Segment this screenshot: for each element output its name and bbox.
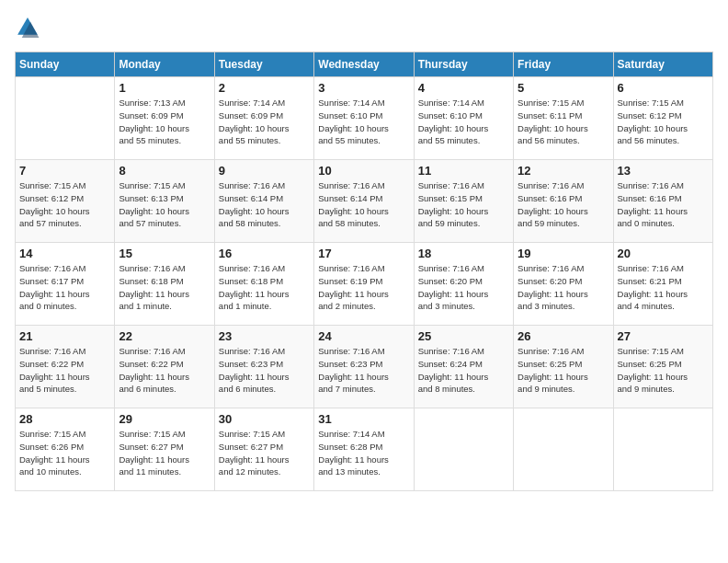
day-info: Sunrise: 7:16 AM Sunset: 6:15 PM Dayligh… bbox=[418, 179, 509, 230]
day-number: 5 bbox=[518, 81, 609, 95]
day-number: 28 bbox=[19, 412, 110, 426]
day-number: 15 bbox=[119, 247, 210, 260]
day-info: Sunrise: 7:14 AM Sunset: 6:10 PM Dayligh… bbox=[318, 97, 409, 147]
weekday-header: Tuesday bbox=[214, 52, 313, 77]
day-info: Sunrise: 7:15 AM Sunset: 6:25 PM Dayligh… bbox=[618, 345, 709, 396]
calendar-cell: 4Sunrise: 7:14 AM Sunset: 6:10 PM Daylig… bbox=[414, 77, 513, 160]
day-number: 20 bbox=[618, 247, 709, 260]
day-info: Sunrise: 7:13 AM Sunset: 6:09 PM Dayligh… bbox=[119, 97, 210, 147]
calendar-cell: 8Sunrise: 7:15 AM Sunset: 6:13 PM Daylig… bbox=[115, 160, 214, 243]
calendar-cell: 26Sunrise: 7:16 AM Sunset: 6:25 PM Dayli… bbox=[514, 326, 613, 408]
weekday-header: Wednesday bbox=[314, 52, 414, 77]
day-info: Sunrise: 7:15 AM Sunset: 6:11 PM Dayligh… bbox=[518, 97, 609, 147]
calendar-cell: 31Sunrise: 7:14 AM Sunset: 6:28 PM Dayli… bbox=[314, 408, 414, 491]
weekday-header-row: SundayMondayTuesdayWednesdayThursdayFrid… bbox=[16, 52, 713, 77]
day-info: Sunrise: 7:15 AM Sunset: 6:27 PM Dayligh… bbox=[219, 428, 310, 478]
day-number: 27 bbox=[618, 329, 709, 343]
logo bbox=[15, 15, 42, 40]
day-info: Sunrise: 7:16 AM Sunset: 6:14 PM Dayligh… bbox=[318, 179, 409, 230]
day-info: Sunrise: 7:16 AM Sunset: 6:25 PM Dayligh… bbox=[518, 345, 609, 396]
day-info: Sunrise: 7:16 AM Sunset: 6:20 PM Dayligh… bbox=[418, 262, 509, 313]
calendar-cell: 14Sunrise: 7:16 AM Sunset: 6:17 PM Dayli… bbox=[16, 243, 115, 326]
day-number: 14 bbox=[19, 247, 110, 260]
day-info: Sunrise: 7:16 AM Sunset: 6:24 PM Dayligh… bbox=[418, 345, 509, 396]
day-info: Sunrise: 7:15 AM Sunset: 6:26 PM Dayligh… bbox=[19, 428, 110, 478]
day-info: Sunrise: 7:15 AM Sunset: 6:13 PM Dayligh… bbox=[119, 179, 210, 230]
calendar-cell: 22Sunrise: 7:16 AM Sunset: 6:22 PM Dayli… bbox=[115, 326, 214, 408]
day-info: Sunrise: 7:16 AM Sunset: 6:14 PM Dayligh… bbox=[219, 179, 310, 230]
day-number: 7 bbox=[19, 164, 110, 178]
day-number: 23 bbox=[219, 329, 310, 343]
calendar-cell bbox=[514, 408, 613, 491]
day-number: 29 bbox=[119, 412, 210, 426]
calendar-cell: 30Sunrise: 7:15 AM Sunset: 6:27 PM Dayli… bbox=[214, 408, 313, 491]
day-info: Sunrise: 7:16 AM Sunset: 6:22 PM Dayligh… bbox=[119, 345, 210, 396]
day-number: 16 bbox=[219, 247, 310, 260]
calendar-cell: 16Sunrise: 7:16 AM Sunset: 6:18 PM Dayli… bbox=[214, 243, 313, 326]
calendar-cell: 29Sunrise: 7:15 AM Sunset: 6:27 PM Dayli… bbox=[115, 408, 214, 491]
calendar-cell: 6Sunrise: 7:15 AM Sunset: 6:12 PM Daylig… bbox=[613, 77, 712, 160]
day-info: Sunrise: 7:14 AM Sunset: 6:28 PM Dayligh… bbox=[318, 428, 409, 478]
day-info: Sunrise: 7:15 AM Sunset: 6:27 PM Dayligh… bbox=[119, 428, 210, 478]
calendar-cell: 18Sunrise: 7:16 AM Sunset: 6:20 PM Dayli… bbox=[414, 243, 513, 326]
day-number: 1 bbox=[119, 81, 210, 95]
day-info: Sunrise: 7:15 AM Sunset: 6:12 PM Dayligh… bbox=[19, 179, 110, 230]
day-number: 30 bbox=[219, 412, 310, 426]
calendar-cell: 3Sunrise: 7:14 AM Sunset: 6:10 PM Daylig… bbox=[314, 77, 414, 160]
weekday-header: Monday bbox=[115, 52, 214, 77]
calendar-cell: 13Sunrise: 7:16 AM Sunset: 6:16 PM Dayli… bbox=[613, 160, 712, 243]
day-number: 8 bbox=[119, 164, 210, 178]
day-number: 17 bbox=[318, 247, 409, 260]
day-number: 25 bbox=[418, 329, 509, 343]
day-info: Sunrise: 7:16 AM Sunset: 6:16 PM Dayligh… bbox=[618, 179, 709, 230]
day-info: Sunrise: 7:16 AM Sunset: 6:23 PM Dayligh… bbox=[219, 345, 310, 396]
day-number: 4 bbox=[418, 81, 509, 95]
calendar-cell: 20Sunrise: 7:16 AM Sunset: 6:21 PM Dayli… bbox=[613, 243, 712, 326]
calendar-cell: 5Sunrise: 7:15 AM Sunset: 6:11 PM Daylig… bbox=[514, 77, 613, 160]
calendar-cell: 1Sunrise: 7:13 AM Sunset: 6:09 PM Daylig… bbox=[115, 77, 214, 160]
page-header bbox=[15, 15, 713, 40]
calendar-cell bbox=[414, 408, 513, 491]
day-number: 2 bbox=[219, 81, 310, 95]
day-number: 12 bbox=[518, 164, 609, 178]
calendar-cell: 10Sunrise: 7:16 AM Sunset: 6:14 PM Dayli… bbox=[314, 160, 414, 243]
day-info: Sunrise: 7:16 AM Sunset: 6:17 PM Dayligh… bbox=[19, 262, 110, 313]
day-number: 24 bbox=[318, 329, 409, 343]
day-number: 19 bbox=[518, 247, 609, 260]
day-info: Sunrise: 7:14 AM Sunset: 6:10 PM Dayligh… bbox=[418, 97, 509, 147]
day-number: 6 bbox=[618, 81, 709, 95]
calendar-cell bbox=[613, 408, 712, 491]
calendar-week-row: 7Sunrise: 7:15 AM Sunset: 6:12 PM Daylig… bbox=[16, 160, 713, 243]
calendar-cell: 2Sunrise: 7:14 AM Sunset: 6:09 PM Daylig… bbox=[214, 77, 313, 160]
calendar-table: SundayMondayTuesdayWednesdayThursdayFrid… bbox=[15, 52, 713, 491]
weekday-header: Thursday bbox=[414, 52, 513, 77]
calendar-cell: 23Sunrise: 7:16 AM Sunset: 6:23 PM Dayli… bbox=[214, 326, 313, 408]
day-info: Sunrise: 7:15 AM Sunset: 6:12 PM Dayligh… bbox=[618, 97, 709, 147]
calendar-week-row: 21Sunrise: 7:16 AM Sunset: 6:22 PM Dayli… bbox=[16, 326, 713, 408]
day-number: 9 bbox=[219, 164, 310, 178]
day-number: 10 bbox=[318, 164, 409, 178]
calendar-week-row: 14Sunrise: 7:16 AM Sunset: 6:17 PM Dayli… bbox=[16, 243, 713, 326]
calendar-cell: 15Sunrise: 7:16 AM Sunset: 6:18 PM Dayli… bbox=[115, 243, 214, 326]
day-info: Sunrise: 7:16 AM Sunset: 6:18 PM Dayligh… bbox=[119, 262, 210, 313]
calendar-cell: 7Sunrise: 7:15 AM Sunset: 6:12 PM Daylig… bbox=[16, 160, 115, 243]
day-info: Sunrise: 7:16 AM Sunset: 6:22 PM Dayligh… bbox=[19, 345, 110, 396]
day-number: 31 bbox=[318, 412, 409, 426]
day-number: 21 bbox=[19, 329, 110, 343]
calendar-cell: 28Sunrise: 7:15 AM Sunset: 6:26 PM Dayli… bbox=[16, 408, 115, 491]
day-info: Sunrise: 7:16 AM Sunset: 6:18 PM Dayligh… bbox=[219, 262, 310, 313]
day-info: Sunrise: 7:16 AM Sunset: 6:19 PM Dayligh… bbox=[318, 262, 409, 313]
calendar-cell: 27Sunrise: 7:15 AM Sunset: 6:25 PM Dayli… bbox=[613, 326, 712, 408]
day-info: Sunrise: 7:16 AM Sunset: 6:21 PM Dayligh… bbox=[618, 262, 709, 313]
day-info: Sunrise: 7:14 AM Sunset: 6:09 PM Dayligh… bbox=[219, 97, 310, 147]
calendar-cell: 24Sunrise: 7:16 AM Sunset: 6:23 PM Dayli… bbox=[314, 326, 414, 408]
day-number: 11 bbox=[418, 164, 509, 178]
calendar-cell: 25Sunrise: 7:16 AM Sunset: 6:24 PM Dayli… bbox=[414, 326, 513, 408]
logo-icon bbox=[15, 15, 40, 40]
weekday-header: Friday bbox=[514, 52, 613, 77]
calendar-cell: 12Sunrise: 7:16 AM Sunset: 6:16 PM Dayli… bbox=[514, 160, 613, 243]
day-number: 18 bbox=[418, 247, 509, 260]
weekday-header: Saturday bbox=[613, 52, 712, 77]
day-number: 3 bbox=[318, 81, 409, 95]
day-number: 13 bbox=[618, 164, 709, 178]
